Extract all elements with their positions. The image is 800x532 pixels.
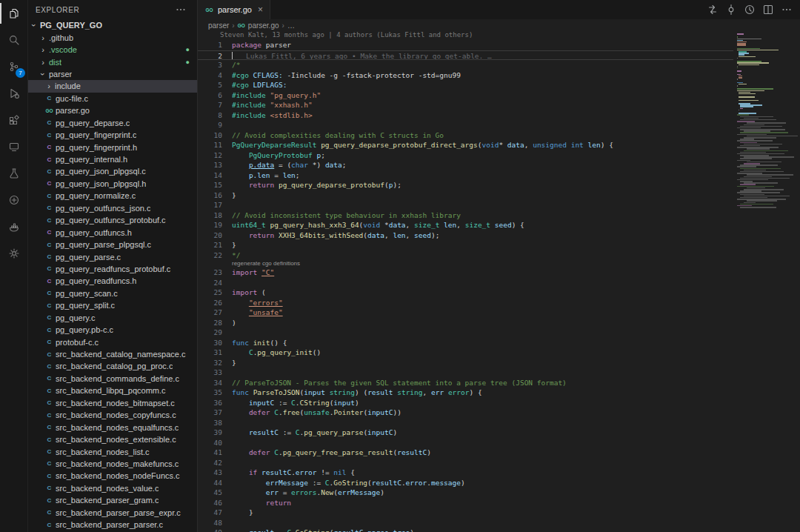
tree-item-pg_query_json_plpgsql.c[interactable]: Cpg_query_json_plpgsql.c [28, 165, 197, 177]
code-line-46[interactable]: 46 return [198, 498, 733, 508]
tree-item-src_backend_nodes_extensible.c[interactable]: Csrc_backend_nodes_extensible.c [28, 433, 197, 445]
tree-item-src_backend_nodes_list.c[interactable]: Csrc_backend_nodes_list.c [28, 445, 197, 457]
tree-item-pg_query_deparse.c[interactable]: Cpg_query_deparse.c [28, 117, 197, 129]
more-actions-icon[interactable] [781, 4, 793, 16]
source-control-icon[interactable]: 7 [0, 53, 27, 80]
code-line-39[interactable]: 39 resultC := C.pg_query_parse(inputC) [198, 428, 733, 438]
tree-item-src_backend_nodes_nodeFuncs.c[interactable]: Csrc_backend_nodes_nodeFuncs.c [28, 470, 197, 482]
close-icon[interactable]: × [258, 4, 263, 15]
tree-item-src_backend_nodes_bitmapset.c[interactable]: Csrc_backend_nodes_bitmapset.c [28, 397, 197, 409]
code-line-9[interactable]: 9 [198, 120, 733, 130]
tree-item-pg_query_internal.h[interactable]: Cpg_query_internal.h [28, 153, 197, 165]
code-line-10[interactable]: 10// Avoid complexities dealing with C s… [198, 130, 733, 141]
code-line-33[interactable]: 33 [198, 368, 733, 378]
code-line-21[interactable]: 21} [198, 240, 733, 250]
tree-item-src_backend_commands_define.c[interactable]: Csrc_backend_commands_define.c [28, 373, 197, 385]
code-line-44[interactable]: 44 errMessage := C.GoString(resultC.erro… [198, 478, 733, 488]
code-line-35[interactable]: 35func ParseToJSON(input string) (result… [198, 388, 733, 398]
code-line-38[interactable]: 38 [198, 418, 733, 428]
code-line-12[interactable]: 12 PgQueryProtobuf p; [198, 150, 733, 161]
code-line-2[interactable]: 2Lukas Fittl, 6 years ago • Make the lib… [198, 50, 733, 61]
code-line-26[interactable]: 26 "errors" [198, 298, 733, 308]
code-line-47[interactable]: 47 } [198, 508, 733, 518]
code-line-42[interactable]: 42 [198, 458, 733, 468]
code-line-15[interactable]: 15 return pg_query_deparse_protobuf(p); [198, 180, 733, 190]
tree-item-src_backend_parser_gram.c[interactable]: Csrc_backend_parser_gram.c [28, 494, 197, 506]
code-line-8[interactable]: 8#include <stdlib.h> [198, 110, 733, 121]
code-line-48[interactable]: 48 [198, 518, 733, 528]
tree-item-src_backend_nodes_value.c[interactable]: Csrc_backend_nodes_value.c [28, 482, 197, 494]
tree-item-src_backend_libpq_pqcomm.c[interactable]: Csrc_backend_libpq_pqcomm.c [28, 385, 197, 396]
code-line-18[interactable]: 18// Avoid inconsistent type behaviour i… [198, 210, 733, 221]
search-icon[interactable] [0, 27, 27, 53]
code-line-7[interactable]: 7#include "xxhash.h" [198, 100, 733, 110]
tree-item-protobuf-c.c[interactable]: Cprotobuf-c.c [28, 336, 197, 348]
code-line-31[interactable]: 31 C.pg_query_init() [198, 348, 733, 358]
testing-icon[interactable] [0, 160, 27, 187]
tree-item-src_backend_nodes_copyfuncs.c[interactable]: Csrc_backend_nodes_copyfuncs.c [28, 409, 197, 421]
run-and-debug-icon[interactable] [0, 80, 27, 107]
code-line-22[interactable]: 22*/ [198, 250, 733, 261]
tree-item-pg_query_parse_plpgsql.c[interactable]: Cpg_query_parse_plpgsql.c [28, 239, 197, 250]
code-line-40[interactable]: 40 [198, 438, 733, 448]
docker-icon[interactable] [0, 213, 27, 240]
code-line-41[interactable]: 41 defer C.pg_query_free_parse_result(re… [198, 448, 733, 458]
code-editor[interactable]: 1package parser2Lukas Fittl, 6 years ago… [198, 40, 733, 532]
tree-item-pg_query_outfuncs_json.c[interactable]: Cpg_query_outfuncs_json.c [28, 202, 197, 214]
code-line-11[interactable]: 11PgQueryDeparseResult pg_query_deparse_… [198, 140, 733, 150]
tree-item-dist[interactable]: ›dist● [28, 56, 197, 67]
tree-item-pg_query_scan.c[interactable]: Cpg_query_scan.c [28, 287, 197, 299]
tree-item-pg_query.c[interactable]: Cpg_query.c [28, 312, 197, 324]
tree-item-pg_query_fingerprint.c[interactable]: Cpg_query_fingerprint.c [28, 129, 197, 141]
code-line-3[interactable]: 3/* [198, 60, 733, 70]
code-line-17[interactable]: 17 [198, 200, 733, 210]
tree-item-src_backend_parser_parser.c[interactable]: Csrc_backend_parser_parser.c [28, 519, 197, 531]
tree-item-pg_query_outfuncs.h[interactable]: Cpg_query_outfuncs.h [28, 226, 197, 238]
tree-item-src_backend_nodes_equalfuncs.c[interactable]: Csrc_backend_nodes_equalfuncs.c [28, 421, 197, 433]
code-line-29[interactable]: 29 [198, 327, 733, 338]
extensions-icon[interactable] [0, 107, 27, 133]
remote-explorer-icon[interactable] [0, 133, 27, 160]
tree-item-pg_query_split.c[interactable]: Cpg_query_split.c [28, 299, 197, 311]
code-line-5[interactable]: 5#cgo LDFLAGS: [198, 80, 733, 90]
tree-item-guc-file.c[interactable]: Cguc-file.c [28, 93, 197, 104]
code-line-34[interactable]: 34// ParseToJSON - Parses the given SQL … [198, 378, 733, 388]
commit-graph-icon[interactable] [725, 4, 737, 16]
compare-changes-icon[interactable] [707, 4, 719, 16]
ports-icon[interactable] [0, 187, 27, 213]
breadcrumb-folder[interactable]: parser [208, 21, 229, 30]
tree-item-src_backend_catalog_namespace.c[interactable]: Csrc_backend_catalog_namespace.c [28, 348, 197, 360]
code-line-16[interactable]: 16} [198, 190, 733, 201]
tree-item-pg_query_json_plpgsql.h[interactable]: Cpg_query_json_plpgsql.h [28, 178, 197, 190]
tree-item-pg_query.pb-c.c[interactable]: Cpg_query.pb-c.c [28, 324, 197, 336]
tree-item-pg_query_parse.c[interactable]: Cpg_query_parse.c [28, 250, 197, 262]
tree-item-pg_query_fingerprint.h[interactable]: Cpg_query_fingerprint.h [28, 141, 197, 153]
more-actions-icon[interactable] [175, 4, 187, 16]
code-line-30[interactable]: 30func init() { [198, 338, 733, 348]
tree-item-src_backend_catalog_pg_proc.c[interactable]: Csrc_backend_catalog_pg_proc.c [28, 360, 197, 372]
code-line-20[interactable]: 20 return XXH3_64bits_withSeed(data, len… [198, 230, 733, 241]
tree-item-pg_query_readfuncs.h[interactable]: Cpg_query_readfuncs.h [28, 275, 197, 287]
minimap[interactable] [733, 31, 800, 532]
code-line-25[interactable]: 25import ( [198, 287, 733, 298]
tree-item-.github[interactable]: ›.github [28, 31, 197, 43]
breadcrumb-file[interactable]: parser.go [248, 21, 279, 30]
code-line-28[interactable]: 28) [198, 318, 733, 328]
code-lens-label[interactable]: regenerate cgo definitions [232, 260, 733, 267]
code-line-32[interactable]: 32} [198, 358, 733, 368]
code-line-1[interactable]: 1package parser [198, 40, 733, 50]
tree-item-pg_query_outfuncs_protobuf.c[interactable]: Cpg_query_outfuncs_protobuf.c [28, 214, 197, 226]
timeline-icon[interactable] [744, 4, 756, 16]
code-lens[interactable]: regenerate cgo definitions [198, 260, 733, 267]
tree-item-pg_query_normalize.c[interactable]: Cpg_query_normalize.c [28, 190, 197, 202]
code-line-4[interactable]: 4#cgo CFLAGS: -Iinclude -g -fstack-prote… [198, 70, 733, 81]
code-line-49[interactable]: 49 result = C.GoString(resultC.parse_tre… [198, 528, 733, 532]
tree-item-parser.go[interactable]: GOparser.go [28, 104, 197, 116]
explorer-icon[interactable] [0, 0, 27, 27]
code-line-23[interactable]: 23import "C" [198, 267, 733, 278]
code-line-45[interactable]: 45 err = errors.New(errMessage) [198, 488, 733, 498]
breadcrumb-symbol[interactable]: … [287, 21, 295, 30]
tree-item-pg_query_readfuncs_protobuf.c[interactable]: Cpg_query_readfuncs_protobuf.c [28, 263, 197, 275]
tree-item-parser[interactable]: ›parser [28, 68, 197, 80]
tree-item-include[interactable]: ›include [28, 80, 197, 92]
